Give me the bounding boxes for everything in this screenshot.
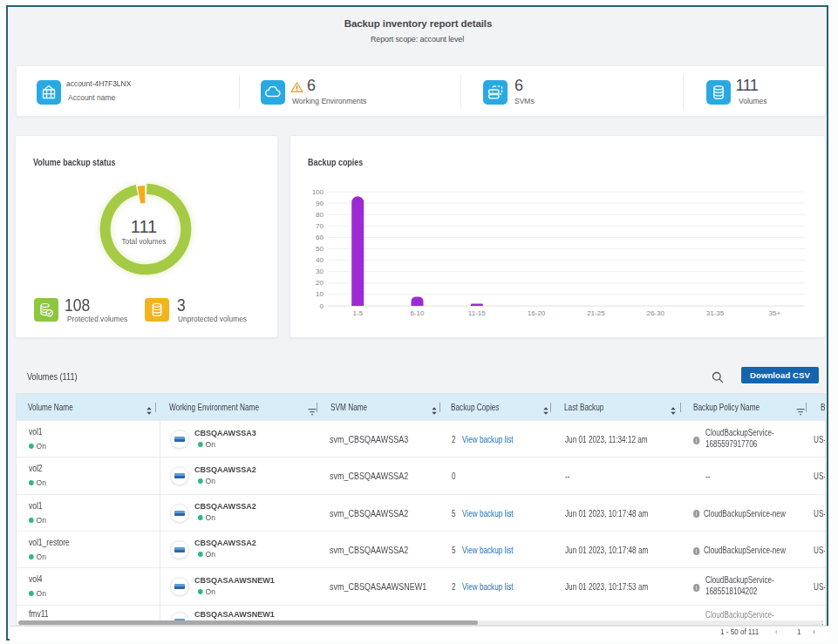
svg-text:0: 0	[320, 302, 324, 310]
svg-text:31-35: 31-35	[706, 309, 725, 317]
svg-text:21-25: 21-25	[587, 309, 605, 317]
svg-text:70: 70	[316, 222, 324, 230]
svg-text:20: 20	[316, 279, 324, 287]
svg-text:40: 40	[316, 256, 324, 264]
svg-text:80: 80	[316, 211, 324, 219]
svg-text:11-15: 11-15	[468, 309, 486, 317]
svg-text:6-10: 6-10	[410, 309, 425, 317]
svg-text:90: 90	[316, 200, 324, 207]
svg-text:35+: 35+	[769, 309, 781, 317]
svg-text:1-5: 1-5	[352, 309, 363, 317]
svg-text:10: 10	[316, 290, 324, 298]
svg-text:50: 50	[316, 245, 324, 253]
svg-text:30: 30	[316, 268, 324, 275]
svg-text:26-30: 26-30	[646, 309, 664, 317]
svg-text:60: 60	[316, 234, 324, 241]
svg-text:100: 100	[312, 188, 324, 196]
svg-text:16-20: 16-20	[528, 309, 546, 317]
